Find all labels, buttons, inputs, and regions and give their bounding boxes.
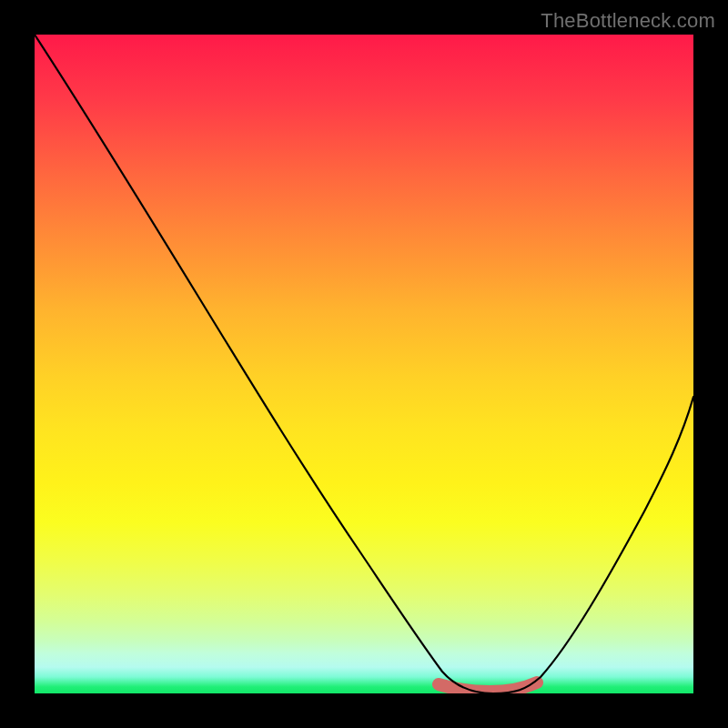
- highlight-band: [439, 682, 537, 692]
- bottleneck-curve-path: [35, 35, 693, 693]
- watermark-text: TheBottleneck.com: [541, 9, 715, 33]
- plot-area: [35, 35, 693, 693]
- curve-svg: [35, 35, 693, 693]
- chart-frame: TheBottleneck.com: [0, 0, 728, 728]
